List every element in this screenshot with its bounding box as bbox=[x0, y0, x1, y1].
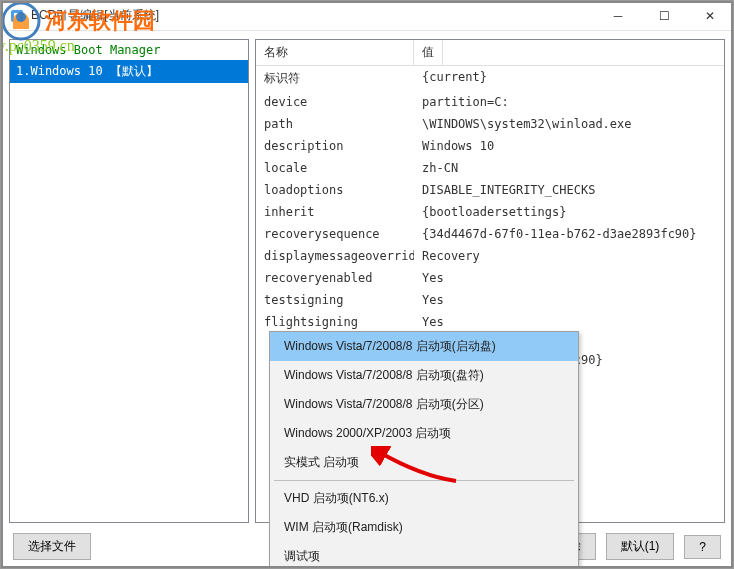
column-name[interactable]: 名称 bbox=[256, 40, 414, 65]
property-value: Windows 10 bbox=[414, 135, 724, 157]
property-row[interactable]: descriptionWindows 10 bbox=[256, 135, 724, 157]
menu-item[interactable]: VHD 启动项(NT6.x) bbox=[270, 484, 578, 513]
property-name: inherit bbox=[256, 201, 414, 223]
property-value: partition=C: bbox=[414, 91, 724, 113]
property-name: device bbox=[256, 91, 414, 113]
property-row[interactable]: loadoptionsDISABLE_INTEGRITY_CHECKS bbox=[256, 179, 724, 201]
property-value: Yes bbox=[414, 289, 724, 311]
boot-entry-item[interactable]: Windows Boot Manager bbox=[10, 40, 248, 60]
minimize-button[interactable]: ─ bbox=[595, 1, 641, 31]
property-name: loadoptions bbox=[256, 179, 414, 201]
property-row[interactable]: devicepartition=C: bbox=[256, 91, 724, 113]
app-icon bbox=[9, 8, 25, 24]
boot-entry-list[interactable]: Windows Boot Manager1.Windows 10 【默认】 bbox=[9, 39, 249, 523]
close-button[interactable]: ✕ bbox=[687, 1, 733, 31]
properties-rows: 标识符{current}devicepartition=C:path\WINDO… bbox=[256, 66, 724, 371]
window-title: BCD引导编辑[当前系统] bbox=[31, 7, 595, 24]
property-row[interactable]: displaymessageoverrideRecovery bbox=[256, 245, 724, 267]
property-name: recoverysequence bbox=[256, 223, 414, 245]
titlebar: BCD引导编辑[当前系统] ─ ☐ ✕ bbox=[1, 1, 733, 31]
help-button[interactable]: ? bbox=[684, 535, 721, 559]
select-file-button[interactable]: 选择文件 bbox=[13, 533, 91, 560]
property-name: 标识符 bbox=[256, 66, 414, 91]
property-value: {bootloadersettings} bbox=[414, 201, 724, 223]
menu-item[interactable]: Windows Vista/7/2008/8 启动项(启动盘) bbox=[270, 332, 578, 361]
menu-item[interactable]: 调试项 bbox=[270, 542, 578, 569]
property-value: \WINDOWS\system32\winload.exe bbox=[414, 113, 724, 135]
property-name: recoveryenabled bbox=[256, 267, 414, 289]
property-value: Recovery bbox=[414, 245, 724, 267]
property-name: path bbox=[256, 113, 414, 135]
property-name: flightsigning bbox=[256, 311, 414, 333]
property-value: Yes bbox=[414, 267, 724, 289]
maximize-button[interactable]: ☐ bbox=[641, 1, 687, 31]
property-name: displaymessageoverride bbox=[256, 245, 414, 267]
property-name: testsigning bbox=[256, 289, 414, 311]
menu-item[interactable]: Windows Vista/7/2008/8 启动项(盘符) bbox=[270, 361, 578, 390]
menu-item[interactable]: Windows Vista/7/2008/8 启动项(分区) bbox=[270, 390, 578, 419]
menu-item[interactable]: WIM 启动项(Ramdisk) bbox=[270, 513, 578, 542]
property-value: {current} bbox=[414, 66, 724, 91]
property-name: locale bbox=[256, 157, 414, 179]
menu-item[interactable]: Windows 2000/XP/2003 启动项 bbox=[270, 419, 578, 448]
boot-entry-item[interactable]: 1.Windows 10 【默认】 bbox=[10, 60, 248, 83]
menu-item[interactable]: 实模式 启动项 bbox=[270, 448, 578, 477]
property-row[interactable]: flightsigningYes bbox=[256, 311, 724, 333]
properties-header: 名称 值 bbox=[256, 40, 724, 66]
property-row[interactable]: 标识符{current} bbox=[256, 66, 724, 91]
property-row[interactable]: inherit{bootloadersettings} bbox=[256, 201, 724, 223]
property-row[interactable]: localezh-CN bbox=[256, 157, 724, 179]
column-value[interactable]: 值 bbox=[414, 40, 443, 65]
property-value: {34d4467d-67f0-11ea-b762-d3ae2893fc90} bbox=[414, 223, 724, 245]
menu-separator bbox=[274, 480, 574, 481]
property-row[interactable]: recoveryenabledYes bbox=[256, 267, 724, 289]
property-row[interactable]: recoverysequence{34d4467d-67f0-11ea-b762… bbox=[256, 223, 724, 245]
add-context-menu: Windows Vista/7/2008/8 启动项(启动盘)Windows V… bbox=[269, 331, 579, 569]
property-value: Yes bbox=[414, 311, 724, 333]
property-row[interactable]: path\WINDOWS\system32\winload.exe bbox=[256, 113, 724, 135]
property-row[interactable]: testsigningYes bbox=[256, 289, 724, 311]
property-value: zh-CN bbox=[414, 157, 724, 179]
default-button[interactable]: 默认(1) bbox=[606, 533, 675, 560]
property-value: DISABLE_INTEGRITY_CHECKS bbox=[414, 179, 724, 201]
property-name: description bbox=[256, 135, 414, 157]
